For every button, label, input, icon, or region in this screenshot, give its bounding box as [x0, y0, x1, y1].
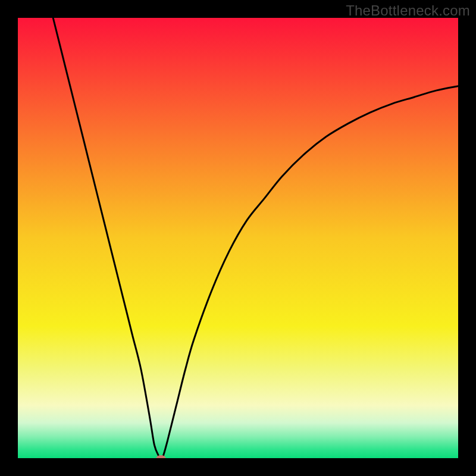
- curve-layer: [18, 18, 458, 458]
- watermark-text: TheBottleneck.com: [346, 2, 470, 19]
- plot-area: [18, 18, 458, 458]
- chart-frame: TheBottleneck.com: [0, 0, 476, 476]
- bottleneck-curve: [53, 18, 458, 458]
